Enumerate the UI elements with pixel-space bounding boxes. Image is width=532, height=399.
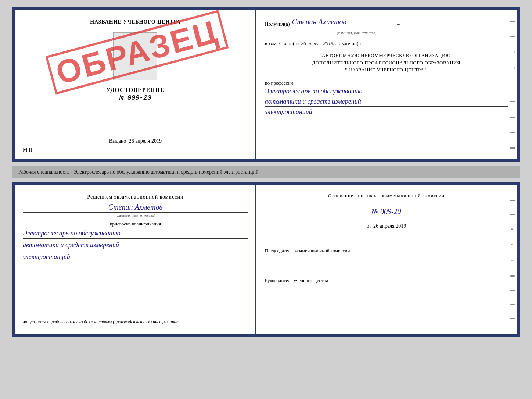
spine-text-a-b: а bbox=[511, 244, 514, 246]
cert-bottom-left: Решением экзаменационной комиссии Степан… bbox=[15, 185, 256, 334]
spine-text-a: а bbox=[510, 67, 517, 69]
dopuskaetsya-prefix: допускается к bbox=[23, 319, 49, 324]
spine-mark bbox=[510, 132, 515, 133]
udostoverenie-title: УДОСТОВЕРЕНИЕ bbox=[106, 87, 165, 93]
dopuskaetsya-value: работе согласно должностным (производств… bbox=[51, 319, 178, 324]
udostoverenie-num: № 009-20 bbox=[119, 94, 151, 101]
spine-text-i: и bbox=[510, 51, 517, 53]
spine-mark-r bbox=[510, 290, 515, 291]
fio-hint-bottom: (фамилия, имя, отчество) bbox=[23, 213, 248, 217]
spine-text-arrow: ← bbox=[510, 83, 517, 87]
document-photo-placeholder bbox=[113, 32, 157, 80]
poluchil-dash: – bbox=[397, 21, 400, 27]
cert-bottom-right: Основание: протокол экзаменационной коми… bbox=[256, 185, 517, 334]
separator-text: Рабочая специальность - Электрослесарь п… bbox=[12, 166, 520, 178]
top-certificate: НАЗВАНИЕ УЧЕБНОГО ЦЕНТРА ОБРАЗЕЦ УДОСТОВ… bbox=[12, 7, 520, 162]
profess-line: по профессии Электрослесарь по обслужива… bbox=[265, 80, 508, 117]
vtom-date: 26 апреля 2019г. bbox=[301, 41, 337, 47]
vydano-date: 26 апреля 2019 bbox=[129, 138, 162, 144]
predsedatel-label: Председатель экзаменационной комиссии bbox=[265, 248, 350, 253]
dash-right bbox=[478, 238, 486, 238]
ot-date: от 26 апреля 2019 bbox=[265, 223, 508, 229]
document-container: НАЗВАНИЕ УЧЕБНОГО ЦЕНТРА ОБРАЗЕЦ УДОСТОВ… bbox=[12, 7, 520, 337]
ot-prefix: от bbox=[367, 223, 371, 229]
spine-mark-r bbox=[510, 200, 515, 201]
fio-hint-top: (фамилия, имя, отчество) bbox=[305, 31, 408, 35]
org-line2: ДОПОЛНИТЕЛЬНОГО ПРОФЕССИОНАЛЬНОГО ОБРАЗО… bbox=[265, 59, 508, 67]
org-line1: АВТОНОМНУЮ НЕКОММЕРЧЕСКУЮ ОРГАНИЗАЦИЮ bbox=[265, 52, 508, 59]
spine-mark bbox=[510, 21, 515, 22]
spine-mark bbox=[510, 117, 515, 118]
dopuskaetsya-line: допускается к работе согласно должностны… bbox=[23, 313, 248, 325]
bottom-certificate: Решением экзаменационной комиссии Степан… bbox=[12, 182, 520, 337]
spine-text-i-b: и bbox=[511, 228, 514, 231]
profess-prefix: по профессии bbox=[265, 80, 293, 86]
org-name: " НАЗВАНИЕ УЧЕБНОГО ЦЕНТРА " bbox=[265, 66, 508, 74]
spine-mark-r bbox=[510, 214, 515, 215]
osnov-title: Основание: протокол экзаменационной коми… bbox=[265, 193, 508, 199]
spine-mark-r bbox=[510, 275, 515, 277]
protocol-num: № 009-20 bbox=[265, 207, 508, 216]
prisvoen-line: присвоена квалификация bbox=[23, 221, 248, 227]
spine-mark-r bbox=[510, 304, 515, 305]
reshen-title: Решением экзаменационной комиссии bbox=[23, 194, 248, 200]
spine-mark bbox=[510, 101, 515, 102]
poluchil-line: Получил(а) Степан Ахметов – bbox=[265, 18, 508, 27]
kvalif-value3: электростанций bbox=[23, 252, 248, 262]
spine-mark-r bbox=[510, 318, 515, 319]
rukovodit-block: Руководитель учебного Центра bbox=[265, 277, 508, 296]
org-block: АВТОНОМНУЮ НЕКОММЕРЧЕСКУЮ ОРГАНИЗАЦИЮ ДО… bbox=[265, 52, 508, 74]
profess-value2: автоматики и средств измерений bbox=[265, 97, 508, 107]
spine-mark bbox=[510, 147, 515, 149]
kvalif-value2: автоматики и средств измерений bbox=[23, 240, 248, 250]
okончил: окончил(а) bbox=[339, 41, 363, 47]
predsedatel-signature-line bbox=[265, 258, 324, 265]
right-spine-top: и а ← bbox=[510, 10, 517, 159]
poluchil-prefix: Получил(а) bbox=[265, 21, 290, 27]
rukovodit-signature-line bbox=[265, 288, 324, 295]
ot-date-value: 26 апреля 2019 bbox=[373, 223, 406, 229]
vtom-line: в том, что он(а) 26 апреля 2019г. окончи… bbox=[265, 41, 508, 47]
cert-top-left: НАЗВАНИЕ УЧЕБНОГО ЦЕНТРА ОБРАЗЕЦ УДОСТОВ… bbox=[15, 10, 256, 159]
poluchil-name: Степан Ахметов bbox=[292, 18, 395, 27]
kvalif-value1: Электрослесарь по обслуживанию bbox=[23, 228, 248, 239]
right-spine-bottom: и а ← bbox=[508, 185, 517, 334]
reshen-name: Степан Ахметов bbox=[23, 203, 248, 213]
vydano-line: Выдано 26 апреля 2019 bbox=[109, 127, 162, 144]
profess-value3: электростанций bbox=[265, 107, 508, 117]
spine-mark bbox=[510, 36, 515, 37]
predsedatel-block: Председатель экзаменационной комиссии bbox=[265, 247, 508, 267]
cert-top-right: Получил(а) Степан Ахметов – (фамилия, им… bbox=[256, 10, 517, 159]
rukovodit-label: Руководитель учебного Центра bbox=[265, 278, 328, 283]
vtom-prefix: в том, что он(а) bbox=[265, 41, 299, 47]
cert-title: НАЗВАНИЕ УЧЕБНОГО ЦЕНТРА bbox=[90, 19, 180, 25]
spine-arrow-b: ← bbox=[511, 259, 514, 262]
profess-value1: Электрослесарь по обслуживанию bbox=[265, 87, 508, 96]
bottom-signature-line bbox=[23, 328, 203, 328]
vydano-label: Выдано bbox=[109, 138, 126, 144]
mp-label: М.П. bbox=[23, 147, 34, 153]
